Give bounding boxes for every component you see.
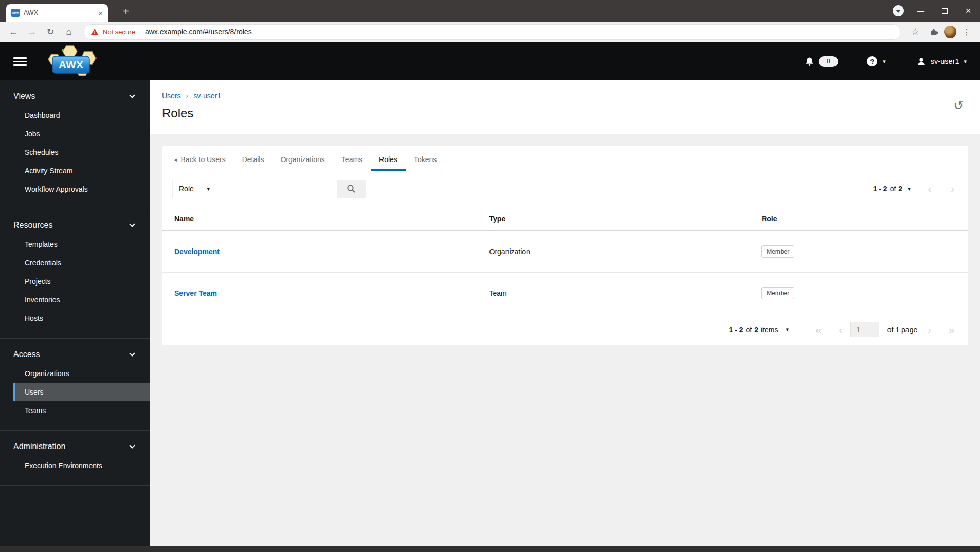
sidebar-item-credentials[interactable]: Credentials bbox=[0, 254, 150, 272]
prev-page-icon[interactable]: ‹ bbox=[928, 184, 932, 194]
activity-history-icon[interactable]: ↺ bbox=[954, 100, 964, 112]
sidebar-section-views: Views Dashboard Jobs Schedules Activity … bbox=[0, 80, 150, 209]
caret-down-icon[interactable]: ▾ bbox=[908, 186, 911, 192]
url-text[interactable]: awx.example.com/#/users/8/roles bbox=[145, 28, 252, 36]
browser-profile-avatar[interactable] bbox=[944, 26, 956, 38]
sidebar-section-toggle-access[interactable]: Access bbox=[0, 348, 150, 364]
search-icon bbox=[347, 184, 356, 193]
sidebar-item-hosts[interactable]: Hosts bbox=[0, 309, 150, 328]
next-page-icon[interactable]: › bbox=[928, 325, 931, 335]
role-name-link[interactable]: Server Team bbox=[174, 289, 217, 297]
sidebar-section-toggle-views[interactable]: Views bbox=[0, 90, 150, 106]
sidebar-item-dashboard[interactable]: Dashboard bbox=[0, 106, 150, 124]
notifications-button[interactable]: 0 bbox=[805, 56, 838, 67]
sidebar-item-schedules[interactable]: Schedules bbox=[0, 143, 150, 162]
prev-page-icon[interactable]: ‹ bbox=[839, 325, 842, 335]
tab-close-icon[interactable]: × bbox=[98, 9, 103, 17]
table-header-row: Name Type Role bbox=[162, 206, 968, 231]
pagination-bottom: 1 - 2 of 2 items ▾ « ‹ of 1 page › » bbox=[162, 314, 968, 345]
page-count-label: of 1 page bbox=[887, 326, 917, 334]
browser-tab[interactable]: AWX AWX × bbox=[6, 4, 108, 22]
main-content: Users › sv-user1 Roles ↺ ◂ Back to Users… bbox=[150, 80, 980, 552]
first-page-icon[interactable]: « bbox=[815, 325, 821, 335]
user-menu-button[interactable]: sv-user1 ▾ bbox=[917, 57, 967, 66]
notification-count-badge: 0 bbox=[819, 56, 838, 67]
tab-tokens[interactable]: Tokens bbox=[406, 146, 445, 171]
pagination-top: 1 - 2 of 2 ▾ ‹ › bbox=[873, 184, 954, 194]
tab-details[interactable]: Details bbox=[234, 146, 273, 171]
caret-left-icon: ◂ bbox=[174, 156, 177, 163]
sidebar-item-templates[interactable]: Templates bbox=[0, 235, 150, 254]
table-row: Server Team Team Member bbox=[162, 273, 968, 314]
sidebar-section-administration: Administration Execution Environments bbox=[0, 431, 150, 486]
caret-down-icon: ▾ bbox=[883, 58, 886, 65]
search-button[interactable] bbox=[337, 180, 366, 198]
window-bottom-edge bbox=[0, 546, 980, 552]
browser-update-icon[interactable] bbox=[893, 5, 904, 16]
sidebar-item-workflow-approvals[interactable]: Workflow Approvals bbox=[0, 180, 150, 199]
column-header-role: Role bbox=[753, 206, 968, 231]
sidebar-item-teams[interactable]: Teams bbox=[0, 401, 150, 420]
current-page-input[interactable] bbox=[850, 322, 879, 337]
masthead-right: 0 ? ▾ sv-user1 ▾ bbox=[805, 56, 967, 67]
breadcrumb-link-users[interactable]: Users bbox=[162, 92, 181, 100]
sidebar-section-toggle-administration[interactable]: Administration bbox=[0, 440, 150, 456]
app-masthead: AWX 0 ? ▾ sv-user1 ▾ bbox=[0, 42, 980, 80]
section-label: Views bbox=[13, 92, 35, 101]
pagination-of: of bbox=[890, 185, 896, 193]
roles-table: Name Type Role Development Organization … bbox=[162, 206, 968, 314]
sidebar-item-users[interactable]: Users bbox=[13, 383, 150, 401]
caret-down-icon: ▾ bbox=[207, 186, 210, 192]
tab-roles[interactable]: Roles bbox=[371, 146, 406, 171]
role-name-link[interactable]: Development bbox=[174, 247, 220, 256]
sidebar-item-execution-environments[interactable]: Execution Environments bbox=[0, 456, 150, 475]
username-label: sv-user1 bbox=[931, 57, 959, 65]
browser-menu-dots-icon[interactable]: ⋮ bbox=[958, 24, 975, 40]
warning-icon: ! bbox=[91, 29, 98, 35]
search-input[interactable] bbox=[216, 180, 337, 198]
pagination-items-word: items bbox=[761, 326, 778, 334]
sidebar-section-toggle-resources[interactable]: Resources bbox=[0, 219, 150, 235]
items-per-page-control[interactable]: 1 - 2 of 2 items ▾ bbox=[729, 326, 789, 334]
home-icon[interactable]: ⌂ bbox=[61, 24, 77, 40]
breadcrumb-separator-icon: › bbox=[186, 92, 189, 100]
help-menu-button[interactable]: ? ▾ bbox=[867, 56, 886, 66]
breadcrumb-link-user[interactable]: sv-user1 bbox=[193, 92, 221, 100]
new-tab-button[interactable]: + bbox=[119, 5, 133, 18]
filter-category-select[interactable]: Role ▾ bbox=[172, 180, 216, 198]
forward-icon[interactable]: → bbox=[24, 24, 40, 40]
chevron-down-icon bbox=[129, 350, 135, 356]
sidebar-item-projects[interactable]: Projects bbox=[0, 272, 150, 291]
sidebar-item-jobs[interactable]: Jobs bbox=[0, 124, 150, 143]
tab-organizations[interactable]: Organizations bbox=[272, 146, 333, 171]
role-chip: Member bbox=[761, 245, 794, 258]
window-close-button[interactable]: × bbox=[956, 0, 980, 22]
bookmark-star-icon[interactable]: ☆ bbox=[907, 24, 923, 40]
tab-back-to-users[interactable]: ◂ Back to Users bbox=[166, 146, 234, 171]
awx-logo[interactable]: AWX bbox=[42, 45, 103, 79]
reload-icon[interactable]: ↻ bbox=[42, 24, 59, 40]
back-icon[interactable]: ← bbox=[5, 24, 22, 40]
sidebar-item-organizations[interactable]: Organizations bbox=[0, 364, 150, 383]
hamburger-menu-icon[interactable] bbox=[13, 57, 27, 66]
extensions-puzzle-icon[interactable] bbox=[925, 24, 942, 40]
section-label: Administration bbox=[13, 442, 65, 451]
window-maximize-button[interactable] bbox=[933, 0, 956, 22]
not-secure-label[interactable]: Not secure bbox=[103, 28, 135, 36]
breadcrumb: Users › sv-user1 bbox=[162, 92, 968, 100]
role-type-cell: Organization bbox=[481, 231, 754, 273]
help-icon: ? bbox=[867, 56, 877, 66]
roles-card: ◂ Back to Users Details Organizations Te… bbox=[162, 146, 968, 345]
sidebar-item-activity-stream[interactable]: Activity Stream bbox=[0, 162, 150, 180]
next-page-icon[interactable]: › bbox=[951, 184, 954, 194]
window-minimize-button[interactable]: — bbox=[909, 0, 933, 22]
divider bbox=[140, 28, 140, 36]
tab-teams[interactable]: Teams bbox=[333, 146, 371, 171]
browser-toolbar: ← → ↻ ⌂ ! Not secure awx.example.com/#/u… bbox=[0, 22, 980, 42]
last-page-icon[interactable]: » bbox=[949, 325, 954, 335]
sidebar-item-inventories[interactable]: Inventories bbox=[0, 291, 150, 309]
address-bar[interactable]: ! Not secure awx.example.com/#/users/8/r… bbox=[83, 24, 901, 40]
section-label: Access bbox=[13, 350, 40, 359]
chevron-down-icon bbox=[129, 442, 135, 448]
chevron-down-icon bbox=[129, 92, 135, 98]
